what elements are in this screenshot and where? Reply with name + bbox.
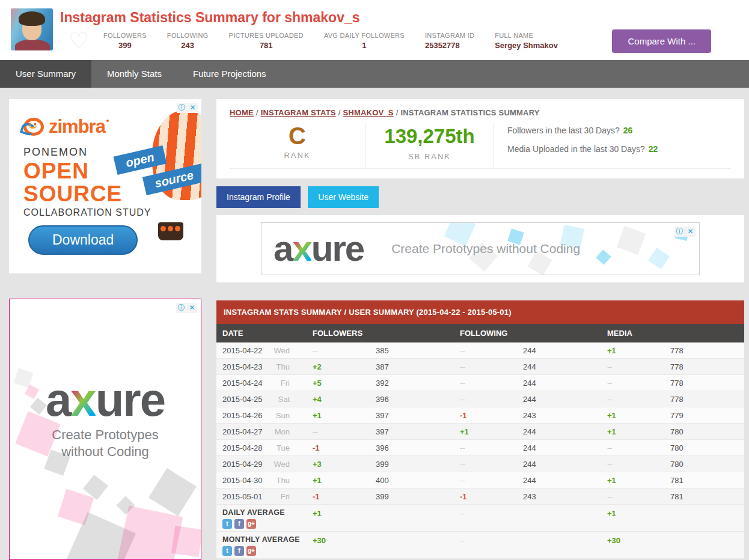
col-date: DATE [216,324,271,342]
rank-questions: Followers in the last 30 Days?26 Media U… [494,123,731,168]
table-cell: -- [307,424,370,440]
ad-info-icon[interactable]: ⓘ [674,227,685,237]
stat-value: 781 [229,41,304,50]
table-cell: 778 [664,375,744,391]
breadcrumb-user[interactable]: SHMAKOV_S [343,108,393,117]
table-cell: 243 [517,488,601,505]
tab-monthly-stats[interactable]: Monthly Stats [91,60,177,88]
stat-pictures-uploaded: PICTURES UPLOADED 781 [229,32,304,50]
tab-user-summary[interactable]: User Summary [0,60,91,88]
stats-table: INSTAGRAM STATS SUMMARY / USER SUMMARY (… [216,300,744,559]
table-cell: Fri [271,375,307,391]
instagram-profile-button[interactable]: Instagram Profile [216,186,301,208]
table-cell: 2015-04-22 [216,342,271,359]
zimbra-smiley-icon [23,118,44,136]
table-cell: +4 [307,391,370,407]
table-cell: 244 [517,391,601,407]
table-cell: 2015-04-24 [216,375,271,391]
page-title: Instagram Statistics Summary for shmakov… [60,8,744,26]
axure-banner-ad[interactable]: ⓘ ✕ axure Create Prototypes without Codi… [261,222,700,275]
facebook-share-icon[interactable]: f [234,546,244,556]
breadcrumb-home[interactable]: HOME [230,108,254,117]
table-cell: 397 [370,407,454,424]
table-cell: +1 [601,472,664,488]
compare-with-button[interactable]: Compare With ... [612,29,711,53]
table-cell: -1 [454,488,517,505]
stat-label: PICTURES UPLOADED [229,32,304,39]
table-cell: 778 [664,342,744,359]
table-cell: 244 [517,375,601,391]
table-cell: 396 [370,391,454,407]
grade-label: RANK [230,151,365,160]
table-cell: 400 [370,472,454,488]
table-cell: Mon [271,424,307,440]
profile-avatar [11,8,53,50]
axure-tagline: Create Prototypes without Coding [391,242,580,256]
table-cell: 781 [664,472,744,488]
table-row: 2015-04-30Thu+1400--244+1781 [216,472,744,488]
table-cell: 399 [370,456,454,472]
table-cell: 781 [664,488,744,505]
table-cell: -- [601,391,664,407]
stat-avg-daily-followers: AVG DAILY FOLLOWERS 1 [324,32,405,50]
table-cell: 780 [664,456,744,472]
table-row: 2015-04-27Mon--397+1244+1780 [216,424,744,440]
ad-close-icon[interactable]: ✕ [188,103,198,113]
table-cell: -- [601,359,664,375]
zimbra-ad[interactable]: ⓘ ✕ open source zimbra PONEMON OPEN SOUR… [9,99,201,273]
table-cell: -- [454,375,517,391]
table-row: 2015-04-23Thu+2387--244--778 [216,359,744,375]
stat-instagram-id: INSTAGRAM ID 25352778 [425,32,474,50]
download-button[interactable]: Download [28,225,138,255]
googleplus-share-icon[interactable]: g+ [246,519,256,529]
table-body: 2015-04-22Wed--385--244+17782015-04-23Th… [216,342,744,505]
monthly-average-label: MONTHLY AVERAGE [222,535,307,544]
grade-rank: C RANK [230,123,365,168]
twitter-share-icon[interactable]: t [222,546,232,556]
breadcrumb: HOME/INSTAGRAM STATS/SHMAKOV_S/INSTAGRAM… [230,108,731,117]
breadcrumb-current: INSTAGRAM STATISTICS SUMMARY [400,108,539,117]
table-cell: -- [454,472,517,488]
table-cell: 392 [370,375,454,391]
table-row: 2015-04-29Wed+3399--244--780 [216,456,744,472]
stat-label: FULL NAME [495,32,558,39]
table-cell: 244 [517,342,601,359]
stat-value: 25352778 [425,41,474,50]
ad-text-collaboration-study: COLLABORATION STUDY [23,207,201,218]
table-cell: +1 [307,472,370,488]
favorite-heart-icon[interactable]: ♡ [69,29,89,53]
breadcrumb-instagram-stats[interactable]: INSTAGRAM STATS [261,108,336,117]
daily-average-row: DAILY AVERAGE t f g+ +1 -- +1 [216,505,744,532]
ad-close-icon[interactable]: ✕ [187,303,197,313]
table-cell: -- [454,359,517,375]
table-header-row: DATE FOLLOWERS FOLLOWING MEDIA [216,324,744,342]
table-cell: 2015-04-29 [216,456,271,472]
ad-info-icon[interactable]: ⓘ [177,103,187,113]
stat-label: FOLLOWING [167,32,209,39]
monthly-average-row: MONTHLY AVERAGE t f g+ +30 -- +30 [216,532,744,559]
tab-future-projections[interactable]: Future Projections [177,60,282,88]
axure-logo: axure [274,234,364,264]
table-cell: 387 [370,359,454,375]
site-header: Instagram Statistics Summary for shmakov… [0,0,749,60]
monthly-avg-media: +30 [601,535,664,556]
table-cell: +1 [307,407,370,424]
ad-info-icon[interactable]: ⓘ [176,303,186,313]
googleplus-share-icon[interactable]: g+ [246,546,256,556]
table-cell: Sun [271,407,307,424]
stat-label: INSTAGRAM ID [425,32,474,39]
user-website-button[interactable]: User Website [308,186,379,208]
daily-avg-followers: +1 [307,508,370,529]
axure-side-ad[interactable]: ⓘ ✕ axure Create Prototypes without Codi… [9,299,201,560]
action-buttons: Instagram Profile User Website [216,186,744,208]
table-cell: +3 [307,456,370,472]
table-cell: 244 [517,472,601,488]
twitter-share-icon[interactable]: t [222,519,232,529]
table-cell: 780 [664,440,744,456]
ad-close-icon[interactable]: ✕ [685,227,696,237]
table-cell: 2015-04-27 [216,424,271,440]
table-cell: Wed [271,342,307,359]
table-cell: -- [601,456,664,472]
table-cell: +5 [307,375,370,391]
facebook-share-icon[interactable]: f [234,519,244,529]
